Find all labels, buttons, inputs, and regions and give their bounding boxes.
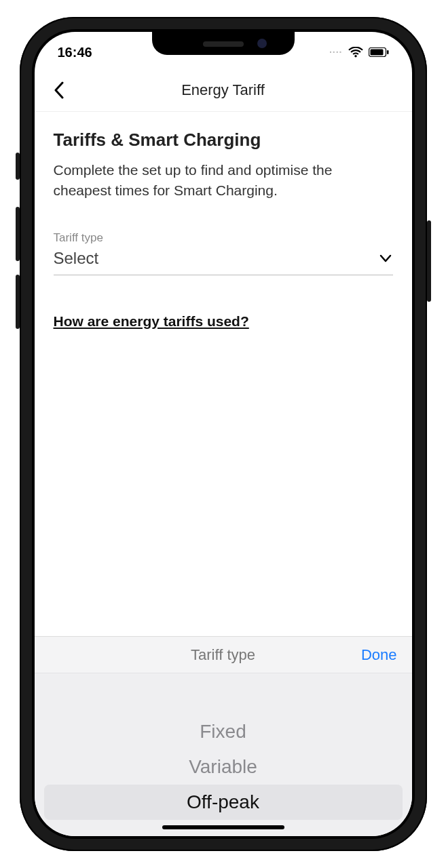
tariff-type-label: Tariff type bbox=[54, 231, 393, 245]
battery-icon bbox=[369, 47, 389, 57]
tariff-type-value: Select bbox=[54, 249, 99, 268]
volume-down-button bbox=[16, 275, 20, 329]
picker-toolbar: Tariff type Done bbox=[35, 637, 412, 673]
screen: 16:46 ···· bbox=[35, 32, 412, 836]
wifi-icon bbox=[348, 47, 363, 58]
chevron-down-icon bbox=[378, 251, 393, 266]
picker-option-variable[interactable]: Variable bbox=[35, 749, 412, 785]
page-title: Energy Tariff bbox=[181, 81, 265, 99]
notch bbox=[152, 32, 295, 55]
picker-sheet: Tariff type Done Fixed Variable Off-peak bbox=[35, 636, 412, 836]
picker-wheel[interactable]: Fixed Variable Off-peak bbox=[35, 673, 412, 836]
section-heading: Tariffs & Smart Charging bbox=[54, 130, 393, 151]
home-indicator[interactable] bbox=[162, 825, 284, 829]
nav-bar: Energy Tariff bbox=[35, 68, 412, 112]
picker-done-button[interactable]: Done bbox=[361, 646, 397, 664]
picker-option-fixed[interactable]: Fixed bbox=[35, 714, 412, 749]
svg-rect-2 bbox=[387, 50, 389, 54]
help-link[interactable]: How are energy tariffs used? bbox=[54, 313, 393, 330]
status-time: 16:46 bbox=[58, 45, 92, 60]
tariff-type-select[interactable]: Select bbox=[54, 249, 393, 275]
mute-switch bbox=[16, 153, 20, 180]
phone-frame: 16:46 ···· bbox=[20, 17, 427, 851]
svg-rect-1 bbox=[370, 50, 383, 56]
volume-up-button bbox=[16, 207, 20, 261]
chevron-left-icon bbox=[54, 81, 64, 99]
picker-option-offpeak[interactable]: Off-peak bbox=[44, 785, 403, 820]
power-button bbox=[427, 220, 431, 302]
back-button[interactable] bbox=[48, 77, 70, 104]
content: Tariffs & Smart Charging Complete the se… bbox=[35, 112, 412, 636]
picker-title: Tariff type bbox=[191, 646, 255, 664]
cellular-signal-dots: ···· bbox=[329, 47, 343, 58]
section-description: Complete the set up to find and optimise… bbox=[54, 160, 393, 201]
